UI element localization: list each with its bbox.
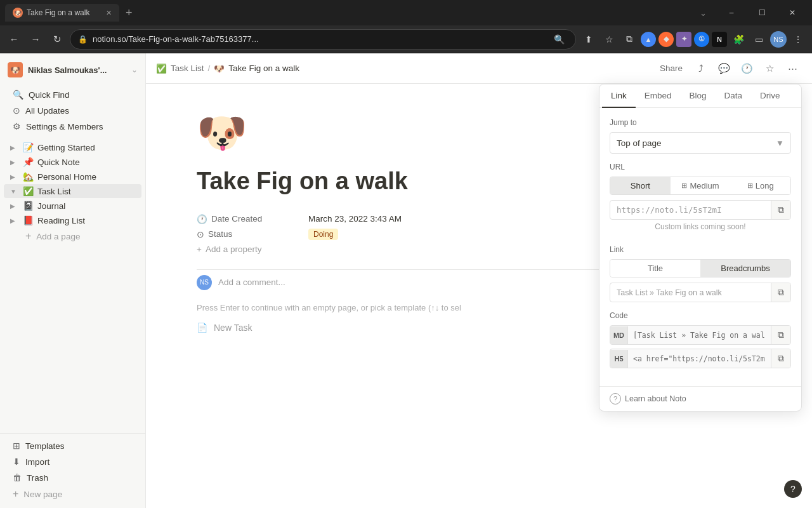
sidebar-item-journal[interactable]: ▶ 📓 Journal [4,199,141,213]
new-page-plus-icon: + [13,488,18,500]
templates-icon: ⊞ [13,441,20,451]
new-page-button[interactable]: + New page [4,486,141,502]
tab-embed[interactable]: Embed [636,84,681,108]
active-tab[interactable]: 🐶 Take Fig on a walk ✕ [5,4,119,22]
copy-html-button[interactable]: ⧉ [771,349,790,368]
link-value: Task List » Take Fig on a walk [610,284,771,301]
copy-md-button[interactable]: ⧉ [771,326,790,344]
breadcrumb-parent-label[interactable]: Task List [171,64,204,73]
plus-icon: + [197,244,202,254]
copy-url-button[interactable]: ⧉ [771,201,790,219]
custom-links-note: Custom links coming soon! [610,220,791,236]
updates-icon: ⊙ [13,105,20,116]
add-page-button[interactable]: + Add a page [4,228,141,244]
import-icon: ⬇ [13,457,20,467]
page-topbar: ✅ Task List / 🐶 Take Fig on a walk Share… [146,53,812,84]
code-section: Code MD [Task List » Take Fig on a wal ⧉… [610,311,791,368]
more-options-icon-button[interactable]: ⋯ [783,59,802,78]
comment-icon-button[interactable]: 💬 [714,59,733,78]
tab-drive[interactable]: Drive [751,84,789,108]
sidebar-item-label: Settings & Members [26,122,103,131]
minimize-button[interactable]: – [717,3,746,22]
footer-item-label: Trash [27,473,48,483]
address-search-icon[interactable]: 🔍 [550,30,568,48]
sidebar-toggle-icon[interactable]: ▭ [750,30,768,48]
link-title-button[interactable]: Title [610,260,700,277]
comment-placeholder[interactable]: Add a comment... [218,277,285,287]
help-circle-icon: ? [610,393,621,404]
share-page-icon[interactable]: ⬆ [580,30,598,48]
share-label: Share [660,64,683,73]
share-button[interactable]: Share [655,61,688,76]
link-section: Link Title Breadcrumbs Task List » Take … [610,245,791,302]
status-icon: ⊙ [197,229,204,239]
ext3[interactable]: ✦ [676,32,691,47]
workspace-avatar: 🐶 [8,62,23,77]
footer-item-label: Import [25,457,49,467]
sidebar-item-all-updates[interactable]: ⊙ All Updates [4,103,141,118]
jump-to-select[interactable]: Top of page ▼ [610,132,791,154]
sidebar-page-label: Reading List [37,216,85,225]
notion-ext[interactable]: N [712,32,727,47]
window-controls: – ☐ ✕ [717,3,807,22]
tab-area: 🐶 Take Fig on a walk ✕ + [5,4,695,22]
refresh-button[interactable]: ↻ [48,30,66,48]
main-content: ✅ Task List / 🐶 Take Fig on a walk Share… [146,53,812,508]
favorite-icon-button[interactable]: ☆ [760,59,779,78]
workspace-name: Niklas Salmoukas'... [28,65,126,75]
sidebar-item-import[interactable]: ⬇ Import [4,454,141,469]
markdown-icon: MD [610,326,628,344]
workspace-chevron-icon: ⌄ [131,65,138,74]
copy-link-button[interactable]: ⧉ [771,283,790,302]
copy-page-icon[interactable]: ⧉ [620,30,638,48]
maximize-button[interactable]: ☐ [747,3,776,22]
1password-ext[interactable]: ① [694,32,709,47]
link-breadcrumbs-button[interactable]: Breadcrumbs [700,260,790,277]
extensions-icon[interactable]: 🧩 [730,30,747,48]
page-emoji-icon: 🏡 [23,171,34,182]
share-panel-footer[interactable]: ? Learn about Noto [599,386,801,411]
forward-button[interactable]: → [27,30,44,48]
bookmark-icon[interactable]: ☆ [600,30,618,48]
ext2[interactable]: ◆ [658,32,674,47]
sidebar-item-settings[interactable]: ⚙ Settings & Members [4,119,141,134]
sidebar-item-quick-find[interactable]: 🔍 Quick Find [4,87,141,102]
url-medium-button[interactable]: ⊞ Medium [671,177,731,194]
chevron-right-icon: ▶ [10,173,19,180]
code-md-value: [Task List » Take Fig on a wal [628,327,771,344]
tab-blog[interactable]: Blog [681,84,716,108]
address-bar[interactable]: 🔒 notion.so/Take-Fig-on-a-walk-7ab751633… [70,29,576,50]
sidebar: 🐶 Niklas Salmoukas'... ⌄ 🔍 Quick Find ⊙ … [0,53,146,508]
property-value-status[interactable]: Doing [308,229,338,239]
sidebar-item-task-list[interactable]: ▼ ✅ Task List [4,184,141,198]
tab-data[interactable]: Data [716,84,752,108]
help-button[interactable]: ? [784,480,802,498]
sidebar-item-templates[interactable]: ⊞ Templates [4,438,141,453]
breadcrumb-current-icon: 🐶 [214,64,225,74]
new-task-label[interactable]: New Task [214,323,252,333]
trash-icon: 🗑 [13,472,22,483]
url-short-button[interactable]: Short [610,177,671,194]
browser-menu-icon[interactable]: ⋮ [789,30,807,48]
sidebar-item-getting-started[interactable]: ▶ 📝 Getting Started [4,140,141,154]
tab-close-button[interactable]: ✕ [106,9,112,17]
new-task-icon: 📄 [197,323,207,333]
back-button[interactable]: ← [5,30,23,48]
sidebar-page-label: Task List [37,187,71,196]
sidebar-item-trash[interactable]: 🗑 Trash [4,470,141,485]
close-button[interactable]: ✕ [778,3,807,22]
profile-avatar[interactable]: NS [770,31,787,48]
share-icon-button[interactable]: ⤴ [691,59,710,78]
google-drive-ext[interactable]: ▲ [641,32,656,47]
sidebar-item-reading-list[interactable]: ▶ 📕 Reading List [4,213,141,227]
code-row-html: H5 <a href="https://noto.li/5sT2m ⧉ [610,349,791,368]
sidebar-item-quick-note[interactable]: ▶ 📌 Quick Note [4,155,141,169]
workspace-header[interactable]: 🐶 Niklas Salmoukas'... ⌄ [0,58,145,81]
history-icon-button[interactable]: 🕐 [737,59,756,78]
tab-link[interactable]: Link [602,84,636,108]
url-long-button[interactable]: ⊞ Long [730,177,790,194]
jump-to-value: Top of page [617,138,662,148]
sidebar-page-label: Quick Note [37,157,80,167]
sidebar-item-personal-home[interactable]: ▶ 🏡 Personal Home [4,170,141,184]
new-tab-button[interactable]: + [122,5,136,21]
